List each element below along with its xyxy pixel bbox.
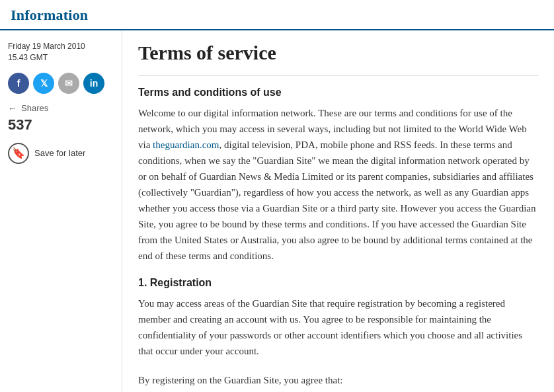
section2-body-1: You may access areas of the Guardian Sit… bbox=[138, 295, 538, 359]
section1-body: Welcome to our digital information netwo… bbox=[138, 105, 538, 264]
page-wrapper: Information Friday 19 March 2010 15.43 G… bbox=[0, 0, 554, 392]
bookmark-icon: 🔖 bbox=[8, 143, 29, 164]
section-title: Information bbox=[11, 7, 88, 23]
social-share-buttons: f 𝕏 ✉ in bbox=[8, 73, 114, 94]
save-for-later-button[interactable]: 🔖 Save for later bbox=[8, 143, 85, 164]
article-date: Friday 19 March 2010 15.43 GMT bbox=[8, 41, 114, 63]
article-main: Terms of service Terms and conditions of… bbox=[122, 30, 554, 392]
facebook-share-button[interactable]: f bbox=[8, 73, 29, 94]
save-later-label: Save for later bbox=[34, 148, 85, 158]
guardian-link[interactable]: theguardian.com bbox=[153, 139, 219, 150]
shares-count: 537 bbox=[8, 116, 114, 134]
section1-title: Terms and conditions of use bbox=[138, 87, 538, 98]
shares-icon: ← bbox=[8, 103, 17, 114]
section2-body-2: By registering on the Guardian Site, you… bbox=[138, 372, 538, 388]
twitter-share-button[interactable]: 𝕏 bbox=[33, 73, 54, 94]
linkedin-share-button[interactable]: in bbox=[83, 73, 104, 94]
shares-row: ← Shares bbox=[8, 103, 114, 114]
article-title: Terms of service bbox=[138, 41, 538, 65]
shares-label: Shares bbox=[21, 103, 48, 113]
sidebar: Friday 19 March 2010 15.43 GMT f 𝕏 ✉ in … bbox=[0, 30, 122, 392]
content-area: Friday 19 March 2010 15.43 GMT f 𝕏 ✉ in … bbox=[0, 30, 554, 392]
page-header: Information bbox=[0, 0, 554, 30]
section2-title: 1. Registration bbox=[138, 277, 538, 289]
article-divider bbox=[138, 75, 538, 76]
email-share-button[interactable]: ✉ bbox=[58, 73, 79, 94]
